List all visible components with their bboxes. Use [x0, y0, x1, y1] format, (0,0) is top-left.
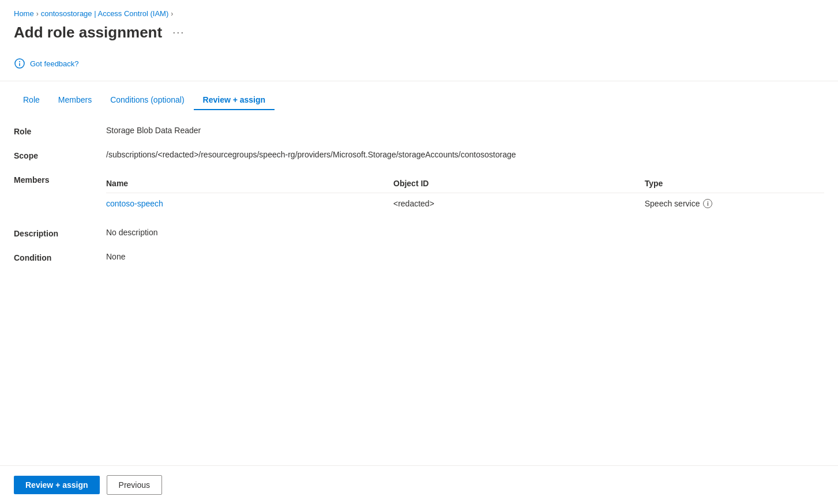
- tab-conditions[interactable]: Conditions (optional): [101, 91, 193, 110]
- member-type: Speech service i: [645, 193, 824, 215]
- review-assign-button[interactable]: Review + assign: [14, 476, 100, 494]
- type-cell: Speech service i: [645, 199, 817, 208]
- member-type-label: Speech service: [645, 199, 700, 208]
- role-label: Role: [14, 126, 106, 136]
- condition-row: Condition None: [14, 252, 824, 262]
- breadcrumb-sep2: ›: [171, 10, 173, 18]
- condition-value: None: [106, 252, 125, 261]
- condition-label: Condition: [14, 252, 106, 262]
- top-divider: [0, 81, 838, 81]
- description-row: Description No description: [14, 228, 824, 238]
- scope-row: Scope /subscriptions/<redacted>/resource…: [14, 150, 824, 160]
- scope-value: /subscriptions/<redacted>/resourcegroups…: [106, 150, 516, 159]
- members-label: Members: [14, 174, 106, 185]
- info-icon[interactable]: i: [703, 199, 712, 208]
- page-title: Add role assignment: [14, 24, 162, 42]
- role-value: Storage Blob Data Reader: [106, 126, 201, 135]
- col-header-name: Name: [106, 174, 393, 193]
- page-header: Add role assignment ···: [14, 24, 824, 42]
- breadcrumb-home[interactable]: Home: [14, 9, 34, 18]
- breadcrumb: Home › contosostorage | Access Control (…: [14, 9, 824, 18]
- feedback-label: Got feedback?: [30, 59, 79, 68]
- members-table-wrap: Name Object ID Type contoso-speech <reda…: [106, 174, 824, 214]
- members-table: Name Object ID Type contoso-speech <reda…: [106, 174, 824, 214]
- table-header-row: Name Object ID Type: [106, 174, 824, 193]
- feedback-icon: [14, 58, 25, 69]
- description-value: No description: [106, 228, 158, 237]
- breadcrumb-sep1: ›: [36, 10, 39, 18]
- scope-label: Scope: [14, 150, 106, 160]
- footer-bar: Review + assign Previous: [0, 465, 838, 504]
- content-area: Role Storage Blob Data Reader Scope /sub…: [14, 126, 824, 465]
- description-label: Description: [14, 228, 106, 238]
- tab-review-assign[interactable]: Review + assign: [194, 91, 275, 110]
- tab-role[interactable]: Role: [14, 91, 49, 110]
- members-section: Members Name Object ID Type contoso-spee…: [14, 174, 824, 214]
- feedback-bar[interactable]: Got feedback?: [14, 53, 824, 74]
- table-row: contoso-speech <redacted> Speech service…: [106, 193, 824, 215]
- col-header-type: Type: [645, 174, 824, 193]
- tabs-nav: Role Members Conditions (optional) Revie…: [14, 91, 824, 110]
- role-row: Role Storage Blob Data Reader: [14, 126, 824, 136]
- breadcrumb-storage[interactable]: contosostorage | Access Control (IAM): [41, 9, 169, 18]
- more-options-button[interactable]: ···: [169, 24, 188, 41]
- svg-point-1: [19, 61, 20, 62]
- tab-members[interactable]: Members: [49, 91, 101, 110]
- previous-button[interactable]: Previous: [107, 475, 162, 495]
- member-name: contoso-speech: [106, 193, 393, 215]
- col-header-object-id: Object ID: [393, 174, 645, 193]
- member-object-id: <redacted>: [393, 193, 645, 215]
